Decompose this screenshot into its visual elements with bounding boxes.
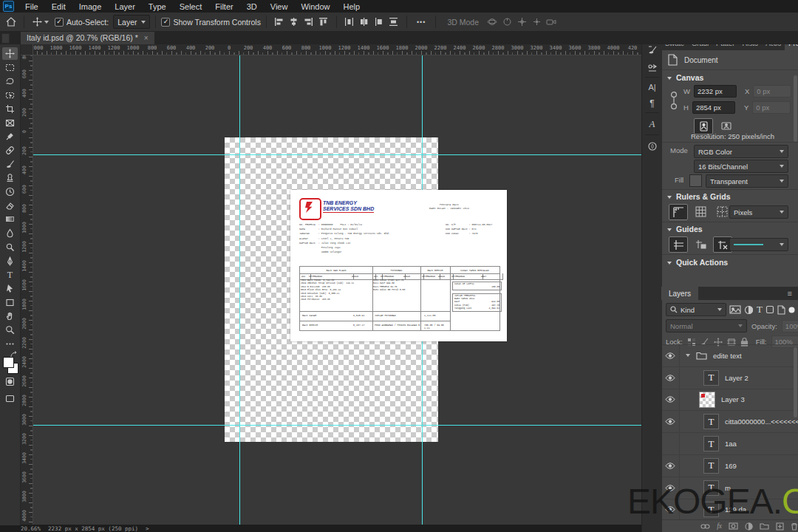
dock-grip[interactable] (1, 33, 10, 44)
clone-source-panel-icon[interactable] (642, 61, 662, 75)
photoshop-app-icon[interactable]: Ps (3, 1, 14, 12)
filter-image-layers-icon[interactable] (729, 304, 741, 315)
distribute-center-icon[interactable] (358, 16, 371, 29)
spot-healing-tool[interactable] (2, 144, 18, 157)
filter-toggle-icon[interactable] (788, 307, 795, 313)
payslip-document[interactable]: TNB ENERGY SERVICES SDN BHD PENYATA GAJI… (290, 190, 507, 341)
layer-thumbnail-text[interactable]: T (703, 370, 719, 386)
guides-section-header[interactable]: Guides (667, 225, 703, 233)
layers-scrollbar[interactable] (794, 347, 797, 417)
toggle-guides-button[interactable] (669, 236, 688, 253)
menu-3d[interactable]: 3D (240, 2, 264, 11)
new-group-icon[interactable] (760, 522, 769, 530)
layer-thumbnail[interactable] (699, 392, 715, 408)
menu-help[interactable]: Help (337, 2, 367, 11)
object-selection-tool[interactable] (2, 89, 18, 101)
3d-orbit-icon[interactable] (485, 16, 499, 29)
rectangle-tool[interactable] (2, 296, 18, 309)
layer-name[interactable]: 169 (725, 462, 737, 470)
pen-tool[interactable] (2, 255, 18, 267)
ruler-units-dropdown[interactable]: Pixels (729, 205, 788, 219)
3d-camera-icon[interactable] (545, 16, 558, 29)
layer-thumbnail-text[interactable]: T (703, 414, 719, 429)
layer-visibility-toggle[interactable] (661, 411, 680, 432)
3d-slide-icon[interactable] (530, 16, 543, 29)
auto-select-target-dropdown[interactable]: Layer (113, 15, 150, 29)
align-right-icon[interactable] (302, 16, 316, 29)
rectangular-marquee-tool[interactable] (2, 61, 18, 74)
menu-select[interactable]: Select (173, 2, 209, 11)
hand-tool[interactable] (2, 310, 18, 322)
menu-layer[interactable]: Layer (108, 2, 142, 11)
height-field[interactable]: 2854 px (692, 101, 735, 114)
edit-toolbar-tool[interactable] (2, 338, 18, 350)
layer-name[interactable]: 1aa (725, 440, 737, 448)
screen-mode-button[interactable] (2, 392, 18, 405)
move-tool-preset-icon[interactable] (30, 16, 44, 29)
orientation-landscape-button[interactable] (717, 118, 735, 133)
filter-type-layers-icon[interactable]: T (757, 304, 763, 316)
menu-type[interactable]: Type (142, 2, 173, 11)
ruler-horizontal[interactable]: 2000180016001400120010008006004002000200… (21, 44, 641, 55)
clone-stamp-tool[interactable] (2, 171, 18, 184)
more-options-icon[interactable]: ••• (417, 18, 426, 26)
guide-horizontal-2[interactable] (33, 425, 641, 426)
bit-depth-dropdown[interactable]: 16 Bits/Channel (694, 160, 788, 173)
layer-name[interactable]: edite text (713, 352, 742, 360)
3d-pan-icon[interactable] (515, 16, 528, 29)
layers-panel-menu-icon[interactable]: ≡ (788, 289, 792, 298)
blur-tool[interactable] (2, 227, 18, 239)
glyphs-panel-icon[interactable]: A (642, 117, 662, 132)
layer-row[interactable]: edite text (661, 345, 798, 367)
history-brush-tool[interactable] (2, 185, 18, 198)
layer-effects-icon[interactable]: fx (717, 522, 722, 530)
layer-visibility-toggle[interactable] (661, 389, 680, 411)
filter-smart-objects-icon[interactable] (777, 305, 785, 315)
layer-name[interactable]: citta0000000...<<<<<<<<0 d (725, 417, 798, 426)
layer-row[interactable]: T1aa (661, 433, 798, 455)
home-icon[interactable] (4, 16, 18, 29)
filter-shape-layers-icon[interactable] (765, 305, 774, 314)
guide-horizontal-1[interactable] (33, 154, 641, 155)
eraser-tool[interactable] (2, 200, 18, 212)
move-tool[interactable] (2, 47, 18, 60)
guide-vertical-1[interactable] (239, 55, 240, 525)
layer-row[interactable]: T169 (661, 455, 798, 477)
link-dimensions-icon[interactable] (670, 89, 678, 112)
eyedropper-tool[interactable] (2, 130, 18, 143)
document-tab[interactable]: Italy id.psd @ 20.7% (RGB/16) * × (21, 31, 154, 44)
type-tool[interactable]: T (2, 268, 18, 281)
layer-thumbnail-text[interactable]: T (703, 436, 719, 451)
color-mode-dropdown[interactable]: RGB Color (694, 145, 788, 158)
menu-edit[interactable]: Edit (45, 2, 72, 11)
layer-thumbnail-text[interactable]: T (703, 458, 719, 474)
fill-swatch[interactable] (689, 174, 702, 187)
align-top-icon[interactable] (317, 16, 330, 29)
gradient-tool[interactable] (2, 213, 18, 225)
align-center-h-icon[interactable] (287, 16, 301, 29)
width-field[interactable]: 2232 px (694, 85, 737, 98)
align-left-icon[interactable] (273, 16, 286, 29)
history-panel-icon[interactable] (642, 43, 662, 58)
show-transform-checkbox[interactable]: ✓ (161, 18, 170, 27)
new-layer-icon[interactable] (776, 522, 784, 531)
add-mask-icon[interactable] (729, 522, 738, 530)
distribute-left-icon[interactable] (372, 16, 386, 29)
status-arrow-icon[interactable]: > (146, 525, 149, 532)
filter-adjustment-layers-icon[interactable] (744, 305, 754, 315)
3d-roll-icon[interactable] (500, 16, 514, 29)
frame-tool[interactable] (2, 117, 18, 129)
layer-visibility-toggle[interactable] (661, 345, 680, 366)
path-selection-tool[interactable] (2, 282, 18, 295)
canvas-section-header[interactable]: Canvas (667, 73, 703, 82)
ruler-vertical[interactable]: 8006004002000200400600800100012001400160… (21, 55, 33, 525)
crop-tool[interactable] (2, 103, 18, 115)
menu-window[interactable]: Window (294, 2, 336, 11)
quick-mask-button[interactable] (2, 375, 18, 388)
layer-visibility-toggle[interactable] (661, 455, 680, 477)
rulers-grids-section-header[interactable]: Rulers & Grids (667, 192, 731, 201)
layer-row[interactable]: Tcitta0000000...<<<<<<<<0 d (661, 411, 798, 433)
group-expand-chevron[interactable] (686, 354, 690, 357)
lock-guides-button[interactable] (692, 236, 709, 251)
fill-dropdown[interactable]: Transparent (706, 174, 788, 188)
